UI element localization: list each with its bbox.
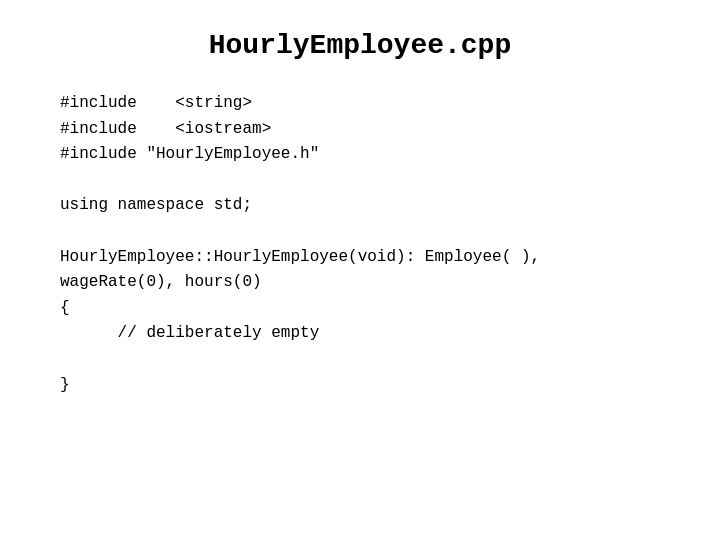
code-line-brace-close: } (60, 373, 660, 399)
code-line-using: using namespace std; (60, 193, 660, 219)
code-line-constructor1: HourlyEmployee::HourlyEmployee(void): Em… (60, 245, 660, 271)
spacer1 (60, 168, 660, 194)
code-line-comment: // deliberately empty (60, 321, 660, 347)
code-block: #include <string> #include <iostream> #i… (60, 91, 660, 398)
code-line-include2: #include <iostream> (60, 117, 660, 143)
spacer3 (60, 347, 660, 373)
code-line-constructor2: wageRate(0), hours(0) (60, 270, 660, 296)
code-line-include3: #include "HourlyEmployee.h" (60, 142, 660, 168)
code-line-brace-open: { (60, 296, 660, 322)
spacer2 (60, 219, 660, 245)
page-title: HourlyEmployee.cpp (209, 30, 511, 61)
code-line-include1: #include <string> (60, 91, 660, 117)
